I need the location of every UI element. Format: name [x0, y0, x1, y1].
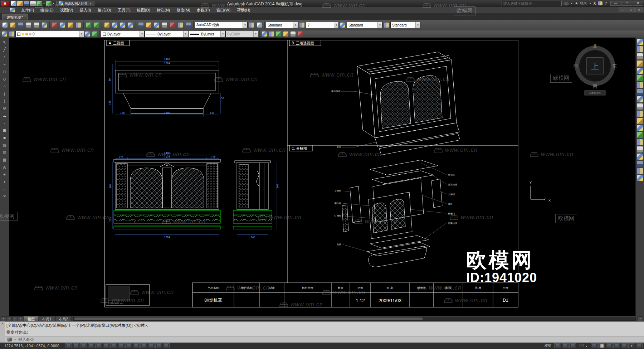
horizontal-scrollbar[interactable] — [73, 317, 636, 321]
text-height-combo[interactable]: 7 ▾ — [306, 22, 339, 28]
chevron-down-icon[interactable]: ▾ — [220, 31, 225, 37]
menu-parametric[interactable]: 参数(P) — [194, 7, 213, 13]
scrollbar-thumb[interactable] — [74, 318, 423, 320]
text-tool-button[interactable] — [298, 21, 306, 29]
annotation-scale-button[interactable]: 1:1 ▾ — [577, 344, 590, 348]
sheet-set-manager-button[interactable] — [161, 21, 169, 29]
snap-toggle[interactable] — [73, 343, 79, 348]
prev-layout-button[interactable]: ‹ — [6, 316, 12, 321]
quick-view-drawings-button[interactable] — [562, 343, 569, 348]
right-tool-13-button[interactable] — [637, 125, 643, 131]
tool-polyline[interactable]: ~ — [1, 61, 9, 68]
save-workspace-button[interactable] — [255, 21, 263, 29]
view-compass[interactable]: 上 北 西 东 南 未命名视图 — [574, 43, 617, 95]
grid-toggle[interactable] — [80, 343, 87, 348]
minimize-button[interactable]: — — [610, 1, 621, 6]
doc-restore-button[interactable]: □ — [627, 8, 635, 12]
chevron-down-icon[interactable]: ▾ — [14, 338, 16, 341]
chevron-down-icon[interactable]: ▾ — [183, 31, 188, 37]
tool-table[interactable]: ≡ — [1, 171, 9, 178]
command-close-icon[interactable]: ✕ — [1, 322, 4, 325]
plot-preview-button[interactable] — [33, 21, 40, 29]
save-icon[interactable] — [24, 1, 29, 6]
open-icon[interactable] — [17, 1, 23, 6]
compass-south[interactable]: 南 — [593, 83, 597, 89]
close-button[interactable]: ✕ — [633, 1, 643, 6]
quick-view-layouts-button[interactable] — [554, 343, 561, 348]
zoom-window-button[interactable] — [119, 21, 127, 29]
designcenter-button[interactable] — [145, 21, 153, 29]
right-tool-7-button[interactable] — [637, 82, 643, 88]
tool-insert-block[interactable]: ⊞ — [1, 127, 9, 134]
dim-style-combo[interactable]: Standard ▾ — [347, 22, 382, 28]
right-tool-11-button[interactable] — [637, 111, 643, 117]
right-tool-6-button[interactable] — [637, 75, 643, 81]
tool-construction-line[interactable]: ⁄ — [1, 53, 9, 61]
tab-layout2[interactable]: 布局2 — [55, 316, 72, 321]
compass-west[interactable]: 西 — [574, 63, 578, 69]
layer-states-button[interactable] — [8, 31, 15, 38]
right-tool-18-button[interactable] — [637, 161, 643, 167]
doc-minimize-button[interactable]: — — [619, 8, 626, 12]
command-history[interactable]: [全部(A)/中心(C)/动态(D)/范围(E)/上一个(P)/比例(S)/窗口… — [0, 321, 644, 336]
chevron-down-icon[interactable]: ▾ — [79, 31, 84, 37]
tool-ellipse-arc[interactable]: ) — [1, 97, 9, 105]
command-window-grip[interactable]: ✕ — [0, 321, 5, 343]
workspace-switching-button[interactable] — [598, 343, 605, 348]
menu-format[interactable]: 格式(O) — [94, 7, 114, 13]
menu-help[interactable]: 帮助(H) — [234, 7, 253, 13]
search-dropdown-icon[interactable]: ▾ — [571, 2, 572, 5]
quick-properties-toggle[interactable] — [155, 343, 162, 348]
menu-window[interactable]: 窗口(W) — [213, 7, 234, 13]
menu-file[interactable]: 文件(F) — [18, 7, 37, 13]
right-tool-2-button[interactable] — [637, 46, 643, 52]
text-style-combo[interactable]: Standard ▾ — [266, 22, 298, 28]
layer-tool-1-button[interactable] — [261, 31, 268, 38]
paste-button[interactable] — [67, 21, 74, 29]
command-input-hint[interactable]: 键入命令 — [18, 337, 34, 342]
right-tool-8-button[interactable] — [637, 89, 643, 95]
tool-palettes-button[interactable] — [153, 21, 161, 29]
last-layout-button[interactable]: » — [18, 316, 23, 321]
menu-tools[interactable]: 工具(T) — [114, 7, 134, 13]
compass-view-name[interactable]: 未命名视图 — [589, 92, 601, 94]
right-tool-9-button[interactable] — [637, 96, 643, 102]
infocenter-search-input[interactable] — [502, 1, 562, 6]
tool-polygon[interactable]: ◇ — [1, 76, 9, 83]
properties-button[interactable] — [137, 21, 145, 29]
autoscale-button[interactable] — [591, 343, 597, 348]
menu-modify[interactable]: 修改(M) — [173, 7, 194, 13]
annotation-visibility-button[interactable] — [569, 343, 576, 348]
undo-icon[interactable] — [36, 1, 42, 6]
right-tool-14-button[interactable] — [637, 132, 643, 138]
customize-wrench-icon[interactable] — [7, 338, 12, 341]
make-layer-current-button[interactable] — [84, 31, 91, 38]
plot-button[interactable] — [25, 21, 33, 29]
table-style-button[interactable] — [382, 21, 390, 29]
right-tool-5-button[interactable] — [637, 68, 643, 74]
quickcalc-button[interactable] — [176, 21, 184, 29]
chevron-down-icon[interactable]: ▾ — [334, 22, 338, 28]
menu-browser-icon[interactable] — [10, 8, 15, 12]
match-properties-button[interactable] — [74, 21, 82, 29]
right-tool-4-button[interactable] — [637, 60, 643, 67]
tool-gradient[interactable]: ▥ — [1, 149, 9, 156]
layer-tool-5-button[interactable] — [289, 31, 297, 38]
selection-cycling-toggle[interactable] — [163, 343, 170, 348]
markup-set-manager-button[interactable] — [169, 21, 176, 29]
menu-view[interactable]: 视图(V) — [57, 7, 77, 13]
communication-center-icon[interactable] — [598, 1, 602, 5]
help-button[interactable] — [184, 21, 192, 29]
polar-toggle[interactable] — [95, 343, 102, 348]
layer-properties-button[interactable] — [1, 31, 8, 38]
right-tool-20-button[interactable] — [637, 175, 643, 181]
star-icon[interactable]: ★ — [575, 1, 578, 5]
toolbar-lock-button[interactable] — [606, 343, 613, 348]
layer-tool-3-button[interactable] — [275, 31, 282, 38]
ducs-toggle[interactable] — [125, 343, 132, 348]
linetype-combo[interactable]: ByLayer ▾ — [145, 31, 188, 37]
layer-tool-6-button[interactable] — [297, 31, 304, 38]
command-input-row[interactable]: ▾ 键入命令 — [0, 336, 644, 343]
menu-edit[interactable]: 编辑(E) — [37, 7, 57, 13]
tool-erase[interactable]: ✕ — [1, 193, 9, 200]
